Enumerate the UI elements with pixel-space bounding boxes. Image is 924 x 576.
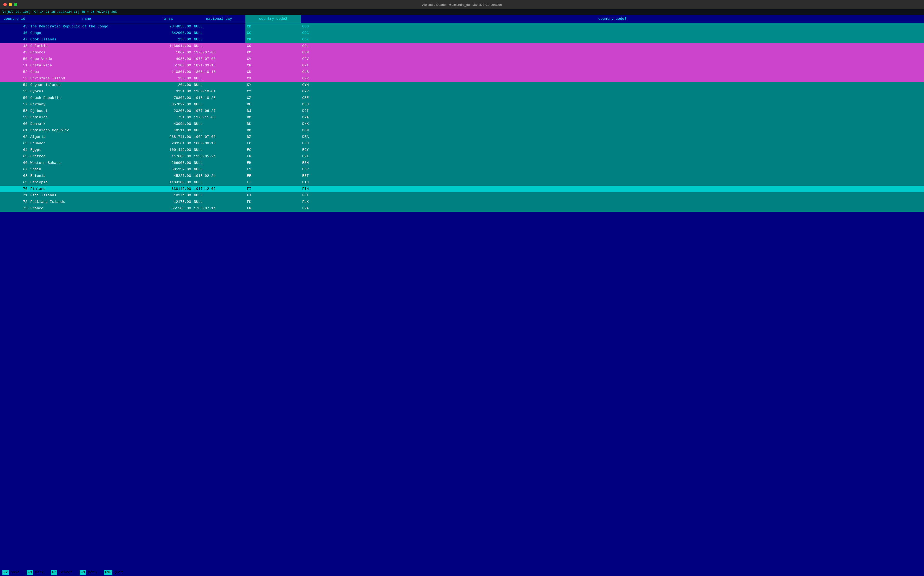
cell-name: The Democratic Republic of the Congo <box>29 23 144 30</box>
cell-id: 72 <box>0 199 29 205</box>
cell-code3: FRA <box>301 205 924 212</box>
close-button[interactable] <box>3 3 7 6</box>
cell-code3: COK <box>301 36 924 43</box>
col-header-country-code2[interactable]: country_code2 <box>245 15 301 23</box>
cell-code2: CD <box>245 23 301 30</box>
table-row[interactable]: 52 Cuba 110861.00 1868-10-10 CU CUB <box>0 69 924 75</box>
maximize-button[interactable] <box>14 3 17 6</box>
table-row[interactable]: 53 Christmas Island 135.00 NULL CX CXR <box>0 75 924 82</box>
cell-id: 56 <box>0 95 29 101</box>
cell-national-day: NULL <box>192 192 245 199</box>
cell-name: Cuba <box>29 69 144 75</box>
cell-national-day: NULL <box>192 82 245 88</box>
table-row[interactable]: 45 The Democratic Republic of the Congo … <box>0 23 924 30</box>
table-row[interactable]: 49 Comoros 1862.00 1975-07-06 KM COM <box>0 49 924 56</box>
cell-code3: ESH <box>301 160 924 166</box>
table-row[interactable]: 46 Congo 342000.00 NULL CG COG <box>0 30 924 36</box>
cell-name: Egypt <box>29 147 144 153</box>
table-body[interactable]: 45 The Democratic Republic of the Congo … <box>0 23 924 569</box>
cell-code3: DJI <box>301 108 924 114</box>
bottom-key-f3[interactable]: F3 Mark <box>27 570 44 574</box>
col-header-area[interactable]: area <box>144 15 192 23</box>
table-header: country_id name area national_day countr… <box>0 15 924 23</box>
cell-code3: CRI <box>301 62 924 69</box>
cell-code2: CY <box>245 88 301 95</box>
cell-name: Costa Rica <box>29 62 144 69</box>
table-row[interactable]: 54 Cayman Islands 264.00 NULL KY CYM <box>0 82 924 88</box>
table-row[interactable]: 71 Fiji Islands 18274.00 NULL FJ FJI <box>0 192 924 199</box>
table-row[interactable]: 63 Ecuador 283561.00 1809-08-10 EC ECU <box>0 140 924 147</box>
cell-name: Ecuador <box>29 140 144 147</box>
col-header-country-code3[interactable]: country_code3 <box>301 15 924 23</box>
status-bar: V:[5/7 90..106] FC: 14 C: 15..122/134 L:… <box>0 9 924 15</box>
bottom-key-f9[interactable]: F9 Menu <box>80 570 97 574</box>
cell-area: 264.00 <box>144 82 192 88</box>
bottom-key-f7[interactable]: F7 Search <box>51 570 72 574</box>
key-action-label: Menu <box>88 570 97 574</box>
cell-id: 60 <box>0 121 29 127</box>
cell-code3: CXR <box>301 75 924 82</box>
cell-code3: CPV <box>301 56 924 62</box>
table-row[interactable]: 47 Cook Islands 236.00 NULL CK COK <box>0 36 924 43</box>
cell-id: 57 <box>0 101 29 108</box>
cell-id: 45 <box>0 23 29 30</box>
table-row[interactable]: 68 Estonia 45227.00 1918-02-24 EE EST <box>0 173 924 179</box>
table-row[interactable]: 50 Cape Verde 4033.00 1975-07-05 CV CPV <box>0 56 924 62</box>
cell-code3: DZA <box>301 134 924 140</box>
col-header-country-id[interactable]: country_id <box>0 15 29 23</box>
table-row[interactable]: 56 Czech Republic 78866.00 1918-10-28 CZ… <box>0 95 924 101</box>
cell-national-day: NULL <box>192 43 245 49</box>
table-row[interactable]: 55 Cyprus 9251.00 1960-10-01 CY CYP <box>0 88 924 95</box>
table-row[interactable]: 61 Dominican Republic 48511.00 NULL DO D… <box>0 127 924 134</box>
key-label: F10 <box>104 570 112 575</box>
table-row[interactable]: 57 Germany 357022.00 NULL DE DEU <box>0 101 924 108</box>
table-row[interactable]: 59 Dominica 751.00 1978-11-03 DM DMA <box>0 114 924 121</box>
cell-name: Djibouti <box>29 108 144 114</box>
cell-code2: DM <box>245 114 301 121</box>
cell-national-day: 1809-08-10 <box>192 140 245 147</box>
table-row[interactable]: 70 Finland 338145.00 1917-12-06 FI FIN <box>0 186 924 192</box>
cell-id: 47 <box>0 36 29 43</box>
cell-area: 48511.00 <box>144 127 192 134</box>
cell-name: Estonia <box>29 173 144 179</box>
table-row[interactable]: 65 Eritrea 117600.00 1993-05-24 ER ERI <box>0 153 924 160</box>
cell-area: 2344858.00 <box>144 23 192 30</box>
cell-name: France <box>29 205 144 212</box>
cell-code2: CK <box>245 36 301 43</box>
table-row[interactable]: 72 Falkland Islands 12173.00 NULL FK FLK <box>0 199 924 205</box>
table-container: country_id name area national_day countr… <box>0 15 924 569</box>
window-controls <box>3 3 17 6</box>
table-row[interactable]: 66 Western Sahara 266000.00 NULL EH ESH <box>0 160 924 166</box>
cell-code2: FR <box>245 205 301 212</box>
cell-id: 63 <box>0 140 29 147</box>
bottom-key-f2[interactable]: F2 Save <box>2 570 19 574</box>
cell-area: 1138914.00 <box>144 43 192 49</box>
table-row[interactable]: 69 Ethiopia 1104300.00 NULL ET ETH <box>0 179 924 186</box>
cell-national-day: NULL <box>192 75 245 82</box>
cell-code2: EC <box>245 140 301 147</box>
cell-code3: COD <box>301 23 924 30</box>
table-row[interactable]: 64 Egypt 1001449.00 NULL EG EGY <box>0 147 924 153</box>
cell-id: 61 <box>0 127 29 134</box>
cell-national-day: NULL <box>192 166 245 173</box>
table-row[interactable]: 67 Spain 505992.00 NULL ES ESP <box>0 166 924 173</box>
table-row[interactable]: 60 Denmark 43094.00 NULL DK DNK <box>0 121 924 127</box>
cell-area: 1862.00 <box>144 49 192 56</box>
cell-id: 59 <box>0 114 29 121</box>
bottom-key-f10[interactable]: F10 Quit <box>104 570 123 574</box>
cell-area: 51100.00 <box>144 62 192 69</box>
cell-name: Spain <box>29 166 144 173</box>
cell-code3: ESP <box>301 166 924 173</box>
table-row[interactable]: 48 Colombia 1138914.00 NULL CO COL <box>0 43 924 49</box>
table-row[interactable]: 51 Costa Rica 51100.00 1821-09-15 CR CRI <box>0 62 924 69</box>
table-row[interactable]: 62 Algeria 2381741.00 1962-07-05 DZ DZA <box>0 134 924 140</box>
col-header-national-day[interactable]: national_day <box>192 15 245 23</box>
table-row[interactable]: 58 Djibouti 23200.00 1977-06-27 DJ DJI <box>0 108 924 114</box>
cell-national-day: NULL <box>192 101 245 108</box>
table-row[interactable]: 73 France 551500.00 1789-07-14 FR FRA <box>0 205 924 212</box>
col-header-name[interactable]: name <box>29 15 144 23</box>
minimize-button[interactable] <box>9 3 12 6</box>
cell-national-day: NULL <box>192 30 245 36</box>
cell-area: 12173.00 <box>144 199 192 205</box>
cell-code3: FJI <box>301 192 924 199</box>
